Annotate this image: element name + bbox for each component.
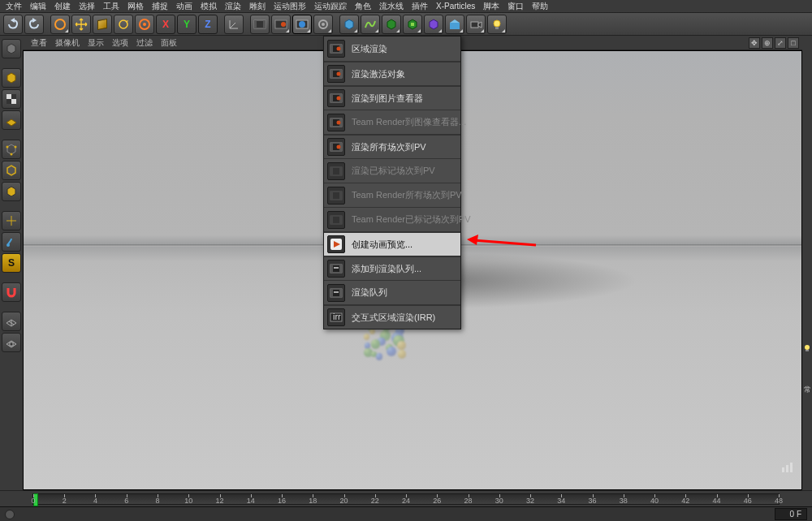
dropdown-item-4[interactable]: 渲染所有场次到PV <box>324 134 460 158</box>
menu-6[interactable]: 捕捉 <box>149 1 171 12</box>
svg-point-1 <box>119 20 127 28</box>
dropdown-item-5[interactable]: 渲染已标记场次到PV <box>324 158 460 183</box>
snap-toggle-button[interactable]: S <box>2 253 21 273</box>
main-toolbar: X Y Z <box>0 13 812 36</box>
menu-2[interactable]: 创建 <box>52 1 73 12</box>
texture-mode-button[interactable] <box>2 89 21 109</box>
rotate-button[interactable] <box>114 15 133 34</box>
menu-17[interactable]: 脚本 <box>481 1 502 12</box>
generator-button[interactable] <box>382 15 401 34</box>
vp-menu-view[interactable]: 查看 <box>31 37 47 49</box>
menu-14[interactable]: 流水线 <box>377 1 406 12</box>
deformer-button[interactable] <box>424 15 443 34</box>
menu-12[interactable]: 运动跟踪 <box>312 1 349 12</box>
live-select-button[interactable] <box>50 15 70 34</box>
menu-9[interactable]: 渲染 <box>222 1 244 12</box>
svg-rect-53 <box>339 192 342 200</box>
menu-18[interactable]: 窗口 <box>505 1 526 12</box>
dropdown-item-3[interactable]: Team Render到图像查看器... <box>324 110 460 134</box>
camera-button[interactable] <box>466 15 486 34</box>
workplane-mode-button[interactable] <box>2 110 21 130</box>
render-settings-button[interactable] <box>292 15 312 34</box>
timeline-label: 32 <box>526 497 534 505</box>
dropdown-item-7[interactable]: Team Render已标记场次到PV <box>324 207 460 231</box>
svg-rect-61 <box>339 265 342 273</box>
dropdown-item-11[interactable]: irr交互式区域渲染(IRR) <box>324 304 460 329</box>
dropdown-item-9[interactable]: 添加到渲染队列... <box>324 256 460 280</box>
menu-11[interactable]: 运动图形 <box>271 1 309 12</box>
axis-x-toggle[interactable]: X <box>156 15 175 34</box>
point-mode-button[interactable] <box>2 140 21 159</box>
annotation-arrow <box>467 237 540 255</box>
svg-rect-45 <box>330 143 333 151</box>
timeline-label: 14 <box>247 497 255 505</box>
menu-16[interactable]: X-Particles <box>434 2 477 11</box>
menu-8[interactable]: 模拟 <box>198 1 219 12</box>
axis-mode-button[interactable] <box>2 211 21 230</box>
menu-1[interactable]: 编辑 <box>28 1 49 12</box>
tweak-mode-button[interactable] <box>2 232 21 252</box>
svg-point-0 <box>55 19 65 29</box>
vp-menu-panel[interactable]: 面板 <box>161 37 177 49</box>
edge-mode-button[interactable] <box>2 161 21 180</box>
model-mode-button[interactable] <box>2 68 21 88</box>
menu-13[interactable]: 角色 <box>352 1 374 12</box>
primitive-button[interactable] <box>339 15 359 34</box>
menu-19[interactable]: 帮助 <box>529 1 551 12</box>
vp-ctrl-2[interactable]: ⊕ <box>762 37 773 49</box>
menu-7[interactable]: 动画 <box>174 1 195 12</box>
dropdown-item-0[interactable]: 区域渲染 <box>324 37 460 61</box>
menu-0[interactable]: 文件 <box>3 1 24 12</box>
timeline-label: 6 <box>124 497 128 505</box>
redo-button[interactable] <box>24 15 44 34</box>
menu-10[interactable]: 雕刻 <box>247 1 268 12</box>
dropdown-item-10[interactable]: 渲染队列 <box>324 280 460 304</box>
dropdown-item-1[interactable]: 渲染激活对象 <box>324 61 460 85</box>
lock-workplane-button[interactable] <box>2 333 21 352</box>
undo-button[interactable] <box>3 15 23 34</box>
dropdown-item-2[interactable]: 渲染到图片查看器 <box>324 85 460 110</box>
spline-button[interactable] <box>361 15 380 34</box>
move-button[interactable] <box>71 15 91 34</box>
menu-3[interactable]: 选择 <box>76 1 97 12</box>
menu-4[interactable]: 工具 <box>101 1 122 12</box>
timeline-track[interactable]: 0246810121416182022242628303234363840424… <box>32 493 780 505</box>
last-tool-button[interactable] <box>135 15 154 34</box>
vp-menu-options[interactable]: 选项 <box>112 37 128 49</box>
coord-system-button[interactable] <box>224 15 244 34</box>
svg-point-24 <box>6 243 10 247</box>
menu-15[interactable]: 插件 <box>409 1 430 12</box>
dropdown-item-icon <box>327 187 345 205</box>
timeline[interactable]: 0246810121416182022242628303234363840424… <box>0 490 812 506</box>
svg-rect-55 <box>330 216 333 224</box>
render-gear-button[interactable] <box>313 15 333 34</box>
vp-menu-filter[interactable]: 过滤 <box>136 37 153 49</box>
vp-ctrl-1[interactable]: ✥ <box>749 37 760 49</box>
vp-menu-camera[interactable]: 摄像机 <box>55 37 80 49</box>
svg-rect-5 <box>254 20 257 28</box>
dropdown-item-label: 交互式区域渲染(IRR) <box>352 312 435 324</box>
svg-text:irr: irr <box>333 312 341 321</box>
magnet-button[interactable] <box>2 282 21 302</box>
vp-ctrl-3[interactable]: ⤢ <box>775 37 786 49</box>
light-button[interactable] <box>487 15 507 34</box>
axis-z-toggle[interactable]: Z <box>198 15 218 34</box>
dropdown-item-6[interactable]: Team Render所有场次到PV <box>324 183 460 207</box>
svg-point-39 <box>337 97 341 101</box>
render-view-button[interactable] <box>250 15 270 34</box>
svg-point-23 <box>11 153 13 156</box>
dropdown-item-8[interactable]: 创建动画预览... <box>324 231 460 256</box>
axis-y-toggle[interactable]: Y <box>177 15 197 34</box>
vp-ctrl-4[interactable]: □ <box>788 37 799 49</box>
environment-button[interactable] <box>445 15 464 34</box>
scale-button[interactable] <box>93 15 112 34</box>
status-frame-field[interactable]: 0 F <box>775 508 807 520</box>
menu-5[interactable]: 网格 <box>125 1 146 12</box>
workplane-button[interactable] <box>2 312 21 331</box>
make-editable-button[interactable] <box>2 39 21 58</box>
poly-mode-button[interactable] <box>2 182 21 201</box>
render-pv-button[interactable] <box>271 15 291 34</box>
generator2-button[interactable] <box>403 15 422 34</box>
vp-menu-display[interactable]: 显示 <box>88 37 104 49</box>
status-bar: 0 F <box>0 506 812 521</box>
